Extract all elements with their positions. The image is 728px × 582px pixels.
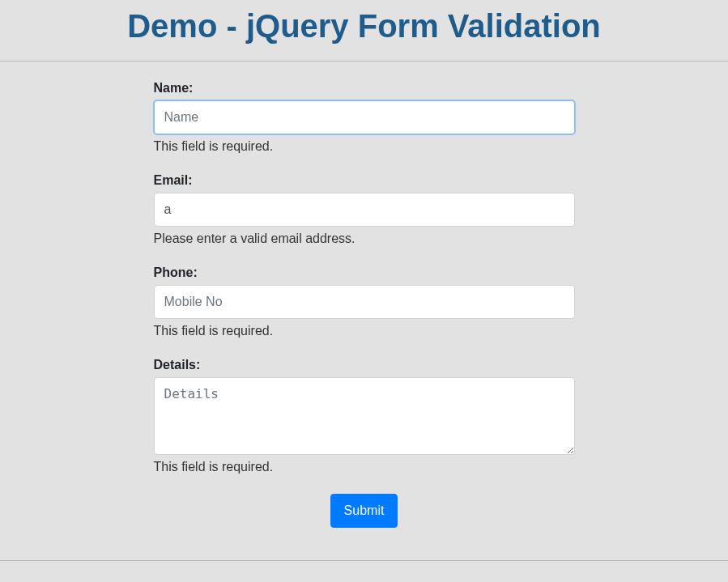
validation-form: Name: This field is required. Email: Ple… xyxy=(154,81,575,528)
email-group: Email: Please enter a valid email addres… xyxy=(154,173,575,246)
name-input[interactable] xyxy=(154,100,575,134)
phone-label: Phone: xyxy=(154,266,575,280)
details-textarea[interactable] xyxy=(154,377,575,455)
details-group: Details: This field is required. xyxy=(154,358,575,474)
details-label: Details: xyxy=(154,358,575,372)
page-title: Demo - jQuery Form Validation xyxy=(0,8,728,45)
phone-error: This field is required. xyxy=(154,324,575,338)
email-input[interactable] xyxy=(154,193,575,227)
details-error: This field is required. xyxy=(154,460,575,474)
email-label: Email: xyxy=(154,173,575,188)
name-label: Name: xyxy=(154,81,575,96)
name-group: Name: This field is required. xyxy=(154,81,575,154)
name-error: This field is required. xyxy=(154,139,575,154)
phone-input[interactable] xyxy=(154,285,575,319)
email-error: Please enter a valid email address. xyxy=(154,232,575,246)
footer-divider xyxy=(0,560,728,561)
submit-button[interactable]: Submit xyxy=(330,494,398,528)
phone-group: Phone: This field is required. xyxy=(154,266,575,338)
